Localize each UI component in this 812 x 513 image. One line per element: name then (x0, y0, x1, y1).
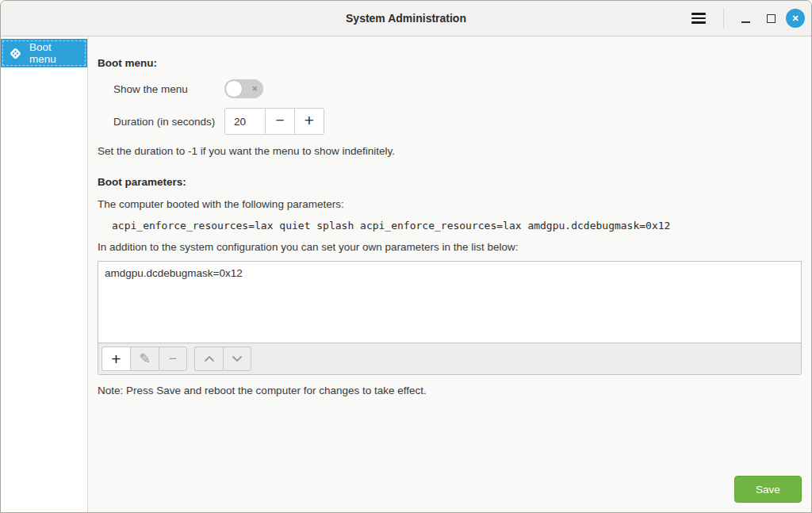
titlebar-separator (723, 8, 724, 29)
sidebar-item-boot-menu[interactable]: Boot menu (1, 39, 87, 67)
move-up-button[interactable] (194, 346, 223, 371)
hamburger-icon (691, 13, 706, 15)
plus-icon: + (304, 111, 314, 130)
chevron-down-icon (232, 355, 243, 362)
minimize-button[interactable] (735, 8, 756, 29)
boot-menu-heading: Boot menu: (98, 57, 802, 70)
boot-parameters-heading: Boot parameters: (98, 176, 802, 189)
duration-label: Duration (in seconds) (98, 116, 224, 128)
custom-parameters-label: In addition to the system configuration … (98, 241, 802, 253)
booted-with-label: The computer booted with the following p… (98, 198, 802, 210)
toggle-off-icon: ✕ (251, 86, 258, 93)
titlebar: System Administration ✕ (1, 1, 811, 36)
reorder-button-group (194, 346, 251, 371)
boot-menu-icon (8, 46, 23, 61)
close-button[interactable]: ✕ (786, 9, 805, 28)
parameter-list-item[interactable]: amdgpu.dcdebugmask=0x12 (105, 267, 795, 279)
edit-parameter-button[interactable]: ✎ (130, 346, 159, 371)
add-parameter-button[interactable]: + (102, 346, 130, 371)
parameters-toolbar: + ✎ − (98, 343, 801, 374)
window-title: System Administration (346, 12, 466, 25)
maximize-button[interactable] (760, 8, 781, 29)
duration-row: Duration (in seconds) − + (98, 108, 802, 135)
parameters-list-frame: amdgpu.dcdebugmask=0x12 + ✎ − (98, 261, 802, 375)
pencil-icon: ✎ (139, 350, 150, 367)
menu-button[interactable] (685, 5, 712, 32)
booted-parameters-value: acpi_enforce_resources=lax quiet splash … (98, 220, 802, 232)
minus-icon: − (169, 351, 177, 367)
duration-input[interactable] (224, 108, 266, 135)
remove-parameter-button[interactable]: − (159, 346, 187, 371)
edit-button-group: + ✎ − (102, 346, 187, 371)
minus-icon: − (275, 112, 284, 129)
show-menu-label: Show the menu (98, 83, 224, 95)
chevron-up-icon (204, 355, 215, 362)
duration-hint: Set the duration to -1 if you want the m… (98, 145, 802, 157)
main-content: Boot menu: Show the menu ✕ Duration (in … (88, 36, 811, 512)
show-menu-row: Show the menu ✕ (98, 79, 802, 98)
duration-increment-button[interactable]: + (295, 108, 324, 135)
sidebar: Boot menu (1, 36, 88, 512)
save-note: Note: Press Save and reboot the computer… (98, 385, 802, 396)
save-button[interactable]: Save (734, 476, 802, 503)
minimize-icon (741, 21, 750, 23)
maximize-icon (767, 14, 776, 23)
parameters-list[interactable]: amdgpu.dcdebugmask=0x12 (98, 262, 801, 343)
duration-decrement-button[interactable]: − (266, 108, 295, 135)
duration-spinbox: − + (224, 108, 324, 135)
show-menu-toggle[interactable]: ✕ (224, 79, 263, 98)
move-down-button[interactable] (223, 346, 251, 371)
titlebar-controls: ✕ (685, 1, 805, 36)
sidebar-item-label: Boot menu (29, 41, 81, 65)
plus-icon: + (111, 350, 121, 369)
toggle-knob (225, 80, 243, 98)
close-icon: ✕ (791, 14, 799, 23)
system-administration-window: System Administration ✕ (0, 0, 812, 513)
